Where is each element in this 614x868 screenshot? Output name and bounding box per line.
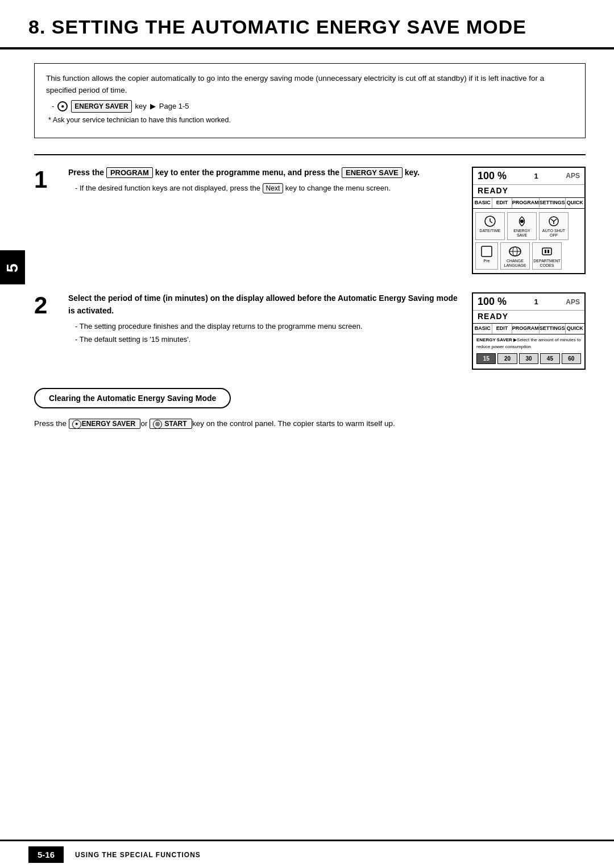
start-inline-key: ◎ START xyxy=(150,419,192,429)
screen-1-ready: READY xyxy=(473,185,584,197)
screen-1-tabs: BASIC EDIT PROGRAM SETTINGS QUICK xyxy=(473,197,584,209)
screen-2-header: 100 % 1 APS xyxy=(473,294,584,311)
screen-2-energy-saver-text: ENERGY SAVER ▶Select the amount of minut… xyxy=(476,337,581,349)
step-1-bullets: If the desired function keys are not dis… xyxy=(75,183,458,194)
intro-note: * Ask your service technician to have th… xyxy=(48,115,574,126)
step-1-row: 1 Press the PROGRAM key to enter the pro… xyxy=(34,167,586,275)
icon-energy-save[interactable]: ENERGY SAVE xyxy=(507,212,537,240)
screen-2-tab-edit[interactable]: EDIT xyxy=(492,324,512,334)
clearing-box: Clearing the Automatic Energy Saving Mod… xyxy=(34,388,231,408)
icon-change-language-label: CHANGE LANGUAGE xyxy=(502,259,528,268)
screen-2-tab-quick[interactable]: QUICK xyxy=(566,324,584,334)
icon-department-codes[interactable]: DEPARTMENT CODES xyxy=(532,242,562,270)
screen-tab-edit[interactable]: EDIT xyxy=(492,198,512,208)
ref-page: Page 1-5 xyxy=(159,101,189,112)
step-2-number: 2 xyxy=(34,294,55,317)
clearing-text-pre: Press the xyxy=(34,419,67,428)
screen-2-energy-label: ENERGY SAVER xyxy=(476,337,512,342)
energy-saver-key: ENERGY SAVER xyxy=(71,100,131,113)
divider xyxy=(34,154,586,155)
page-footer: 5-16 USING THE SPECIAL FUNCTIONS xyxy=(0,840,614,868)
intro-box: This function allows the copier automati… xyxy=(34,63,586,138)
footer-text: USING THE SPECIAL FUNCTIONS xyxy=(75,851,201,859)
step-1-heading: Press the PROGRAM key to enter the progr… xyxy=(68,167,458,179)
time-btn-45[interactable]: 45 xyxy=(540,353,559,364)
energy-saver-inline-key: ●ENERGY SAVER xyxy=(69,419,141,429)
screen-2-tab-program[interactable]: PROGRAM xyxy=(512,324,540,334)
screen-2-tabs: BASIC EDIT PROGRAM SETTINGS QUICK xyxy=(473,323,584,334)
screen-2-copies: 1 xyxy=(534,297,538,306)
step-2-heading: Select the period of time (in minutes) o… xyxy=(68,292,458,317)
key-label-text: key xyxy=(135,101,147,112)
clearing-text-mid: or xyxy=(140,419,150,428)
screen-tab-program[interactable]: PROGRAM xyxy=(512,198,540,208)
time-btn-20[interactable]: 20 xyxy=(497,353,517,364)
energy-saver-circle: ● xyxy=(72,420,81,429)
icon-pre[interactable]: Pre xyxy=(475,242,498,270)
screen-2-tab-settings[interactable]: SETTINGS xyxy=(540,324,566,334)
clearing-box-label: Clearing the Automatic Energy Saving Mod… xyxy=(49,394,216,403)
svg-rect-12 xyxy=(547,250,549,253)
step-1-heading-post: key. xyxy=(405,168,420,177)
arrow-icon: ▶ xyxy=(150,101,156,112)
icon-date-time-label: DATE/TIME xyxy=(480,229,501,233)
screen-1-mockup: 100 % 1 APS READY BASIC EDIT PROGRAM SET… xyxy=(472,167,586,275)
footer-page-number: 5-16 xyxy=(28,846,64,863)
icon-auto-shut-off[interactable]: AUTO SHUT OFF xyxy=(539,212,569,240)
step-1-number: 1 xyxy=(34,168,55,192)
screen-tab-quick[interactable]: QUICK xyxy=(566,198,584,208)
icon-department-codes-label: DEPARTMENT CODES xyxy=(533,259,560,268)
svg-point-3 xyxy=(520,220,524,223)
screen-2-ready: READY xyxy=(473,311,584,323)
start-circle: ◎ xyxy=(153,420,162,429)
icon-change-language[interactable]: CHANGE LANGUAGE xyxy=(500,242,530,270)
step-1-heading-mid: key to enter the programme menu, and pre… xyxy=(155,168,342,177)
svg-rect-6 xyxy=(482,246,492,257)
screen-1-aps: APS xyxy=(566,172,580,180)
content-area: This function allows the copier automati… xyxy=(0,49,614,441)
energy-save-key: ENERGY SAVE xyxy=(342,167,403,178)
time-btn-30[interactable]: 30 xyxy=(519,353,538,364)
step-2-row: 2 Select the period of time (in minutes)… xyxy=(34,292,586,369)
screen-1-percent: 100 % xyxy=(478,170,507,182)
icon-energy-save-label: ENERGY SAVE xyxy=(509,229,535,238)
screen-tab-settings[interactable]: SETTINGS xyxy=(540,198,566,208)
icon-auto-shut-off-label: AUTO SHUT OFF xyxy=(541,229,567,238)
screen-1-header: 100 % 1 APS xyxy=(473,168,584,185)
screen-2-body: ENERGY SAVER ▶Select the amount of minut… xyxy=(473,334,584,368)
screen-1-icons: DATE/TIME ENERGY SAVE xyxy=(473,209,584,274)
screen-tab-basic[interactable]: BASIC xyxy=(473,198,492,208)
svg-rect-10 xyxy=(542,248,551,255)
step-1-heading-pre: Press the xyxy=(68,168,104,177)
step-2-text: Select the period of time (in minutes) o… xyxy=(68,292,458,347)
clearing-section: Clearing the Automatic Energy Saving Mod… xyxy=(34,388,586,430)
svg-rect-11 xyxy=(545,250,546,253)
steps-area: 1 Press the PROGRAM key to enter the pro… xyxy=(34,167,586,370)
chapter-title: 8. SETTING THE AUTOMATIC ENERGY SAVE MOD… xyxy=(28,16,586,38)
step-2-bullet-2: The default setting is '15 minutes'. xyxy=(75,334,458,345)
time-btn-15[interactable]: 15 xyxy=(476,353,496,364)
screen-2-aps: APS xyxy=(566,298,580,306)
step-2-bullet-1: The setting procedure finishes and the d… xyxy=(75,321,458,332)
screen-2-percent: 100 % xyxy=(478,296,507,308)
svg-line-2 xyxy=(490,221,492,223)
clearing-text-post: key on the control panel. The copier sta… xyxy=(192,419,395,428)
clearing-text: Press the ●ENERGY SAVER or ◎ START key o… xyxy=(34,418,586,430)
step-1-bullet-1: If the desired function keys are not dis… xyxy=(75,183,458,194)
screen-1-copies: 1 xyxy=(534,172,538,180)
next-key: Next xyxy=(263,183,284,193)
screen-2-tab-basic[interactable]: BASIC xyxy=(473,324,492,334)
screen-2-mockup: 100 % 1 APS READY BASIC EDIT PROGRAM SET… xyxy=(472,292,586,369)
energy-saver-reference: - ● ENERGY SAVER key ▶ Page 1-5 xyxy=(52,100,574,113)
energy-saver-circle-icon: ● xyxy=(57,101,68,111)
time-btn-60[interactable]: 60 xyxy=(562,353,581,364)
step-1-text: Press the PROGRAM key to enter the progr… xyxy=(68,167,458,196)
chapter-title-section: 8. SETTING THE AUTOMATIC ENERGY SAVE MOD… xyxy=(0,0,614,49)
intro-paragraph: This function allows the copier automati… xyxy=(46,73,574,97)
step-2-bullets: The setting procedure finishes and the d… xyxy=(75,321,458,345)
icon-date-time[interactable]: DATE/TIME xyxy=(475,212,505,240)
program-key: PROGRAM xyxy=(106,167,153,178)
icon-pre-label: Pre xyxy=(484,259,490,263)
chapter-tab: 5 xyxy=(0,250,25,284)
time-buttons: 15 20 30 45 60 xyxy=(476,353,581,364)
